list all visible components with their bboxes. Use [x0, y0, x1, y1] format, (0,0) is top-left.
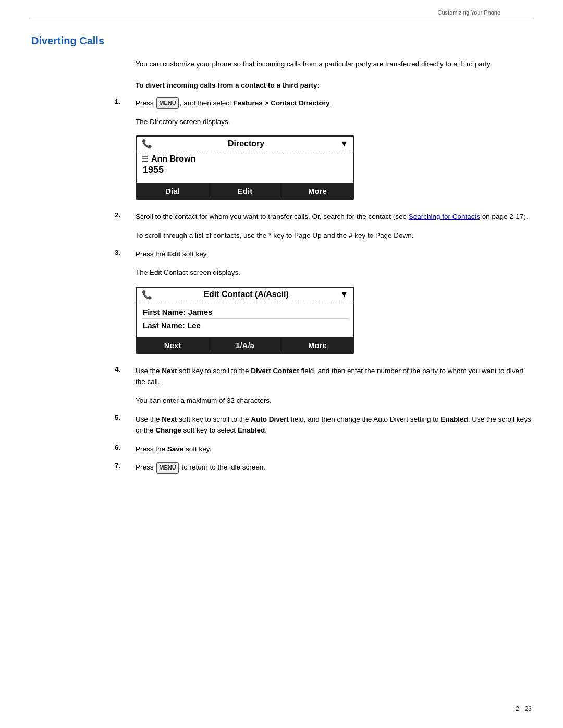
step-3-subtext: The Edit Contact screen displays.	[136, 267, 532, 278]
edit-buttons: Next 1/A/a More	[137, 337, 353, 353]
step-2-subtext: To scroll through a list of contacts, us…	[136, 230, 532, 241]
step-5: 5. Use the Next soft key to scroll to th…	[115, 414, 532, 436]
directory-arrow-icon: ▼	[340, 139, 348, 149]
page-number: 2 - 23	[516, 705, 532, 712]
edit-arrow-icon: ▼	[340, 290, 348, 299]
intro-text: You can customize your phone so that inc…	[136, 58, 532, 70]
directory-buttons: Dial Edit More	[137, 183, 353, 199]
step-7-num: 7.	[115, 462, 136, 473]
edit-button[interactable]: Edit	[209, 183, 282, 199]
directory-phone-icon: 📞	[142, 139, 152, 149]
breadcrumb-text: Customizing Your Phone	[438, 9, 500, 16]
more-button[interactable]: More	[282, 183, 353, 199]
bold-heading: To divert incoming calls from a contact …	[136, 81, 532, 89]
step-1-num: 1.	[115, 97, 136, 109]
directory-screen: 📞 Directory ▼ ☰ Ann Brown 1955 Dial Edit…	[136, 135, 354, 200]
step-3-num: 3.	[115, 249, 136, 260]
directory-contact-number: 1955	[143, 165, 348, 176]
step-1-subtext: The Directory screen displays.	[136, 116, 532, 128]
step-6-text: Press the Save soft key.	[136, 443, 532, 455]
searching-contacts-link[interactable]: Searching for Contacts	[409, 213, 480, 220]
dial-button[interactable]: Dial	[137, 183, 209, 199]
step-6: 6. Press the Save soft key.	[115, 443, 532, 455]
edit-title-bar: 📞 Edit Contact (A/Ascii) ▼	[137, 288, 353, 302]
next-button[interactable]: Next	[137, 338, 209, 353]
contact-name-text: Ann Brown	[151, 154, 195, 164]
menu-icon-1: MENU	[156, 97, 178, 109]
step-3-text: Press the Edit soft key.	[136, 249, 532, 260]
edit-phone-icon: 📞	[142, 290, 152, 300]
edit-field-last-name: Last Name: Lee	[142, 319, 348, 332]
directory-body: ☰ Ann Brown 1955	[137, 151, 353, 181]
step-2-num: 2.	[115, 211, 136, 223]
directory-contact-name: ☰ Ann Brown	[142, 154, 348, 164]
directory-title-bar: 📞 Directory ▼	[137, 137, 353, 151]
page-breadcrumb: Customizing Your Phone	[31, 0, 532, 19]
step-4: 4. Use the Next soft key to scroll to th…	[115, 365, 532, 388]
section-title: Diverting Calls	[31, 35, 532, 47]
step-1: 1. Press MENU, and then select Features …	[115, 97, 532, 109]
step-3: 3. Press the Edit soft key.	[115, 249, 532, 260]
step-4-num: 4.	[115, 365, 136, 388]
more-button-2[interactable]: More	[282, 338, 353, 353]
edit-title: Edit Contact (A/Ascii)	[152, 290, 340, 299]
step-7: 7. Press MENU to return to the idle scre…	[115, 462, 532, 473]
step-5-num: 5.	[115, 414, 136, 436]
directory-title: Directory	[152, 139, 340, 149]
mode-button[interactable]: 1/A/a	[209, 338, 282, 353]
edit-contact-screen: 📞 Edit Contact (A/Ascii) ▼ First Name: J…	[136, 287, 354, 354]
menu-icon-2: MENU	[156, 462, 178, 474]
edit-body: First Name: James Last Name: Lee	[137, 302, 353, 335]
step-2-text: Scroll to the contact for whom you want …	[136, 211, 532, 223]
step-5-text: Use the Next soft key to scroll to the A…	[136, 414, 532, 436]
step-6-num: 6.	[115, 443, 136, 455]
page-footer: 2 - 23	[516, 705, 532, 712]
step-4-subtext: You can enter a maximum of 32 characters…	[136, 395, 532, 406]
step-7-text: Press MENU to return to the idle screen.	[136, 462, 532, 473]
contact-hash-icon: ☰	[142, 155, 148, 163]
step-1-text: Press MENU, and then select Features > C…	[136, 97, 532, 109]
step-2: 2. Scroll to the contact for whom you wa…	[115, 211, 532, 223]
step-4-text: Use the Next soft key to scroll to the D…	[136, 365, 532, 388]
edit-field-first-name: First Name: James	[142, 305, 348, 319]
